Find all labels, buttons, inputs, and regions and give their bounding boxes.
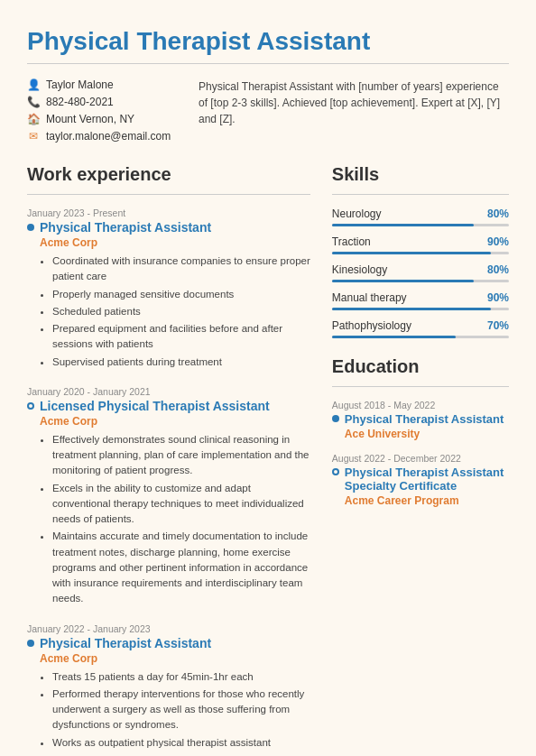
bullet-3-1: Treats 15 patients a day for 45min-1hr e…	[52, 669, 310, 685]
bullets-1: Coordinated with insurance companies to …	[40, 254, 310, 370]
edu-bullet-outline-2	[332, 468, 339, 475]
skill-header-patho: Pathophysiology 70%	[332, 319, 509, 332]
job-title-2: Licensed Physical Therapist Assistant	[27, 399, 310, 413]
contact-phone: 📞 882-480-2021	[27, 96, 171, 108]
contact-email: ✉ taylor.malone@email.com	[27, 130, 171, 143]
header-section: 👤 Taylor Malone 📞 882-480-2021 🏠 Mount V…	[27, 78, 509, 143]
left-column: Work experience January 2023 - Present P…	[27, 164, 310, 756]
edu-bullet-filled-1	[332, 415, 339, 422]
bullet-1-3: Scheduled patients	[52, 304, 310, 319]
skill-bar-bg-manual	[332, 308, 509, 310]
bullet-3-4: Commended by management for interpersona…	[52, 752, 310, 756]
bullets-3: Treats 15 patients a day for 45min-1hr e…	[40, 669, 310, 757]
skill-pct-manual: 90%	[487, 291, 509, 304]
skills-divider	[332, 194, 509, 195]
edu-date-1: August 2018 - May 2022	[332, 400, 509, 410]
edu-entry-2: August 2022 - December 2022 Physical The…	[332, 453, 509, 507]
skill-header-traction: Traction 90%	[332, 235, 509, 248]
skill-bar-fill-neurology	[332, 224, 474, 226]
skill-pct-kinesiology: 80%	[487, 263, 509, 276]
skill-bar-fill-kinesiology	[332, 280, 474, 282]
skill-name-neurology: Neurology	[332, 207, 382, 220]
company-2: Acme Corp	[40, 415, 310, 428]
bullet-1-2: Properly managed sensitive documents	[52, 287, 310, 302]
edu-entry-1: August 2018 - May 2022 Physical Therapis…	[332, 400, 509, 440]
skill-bar-bg-neurology	[332, 224, 509, 226]
bullet-2-2: Excels in the ability to customize and a…	[52, 481, 310, 528]
bullet-outline-2	[27, 402, 34, 410]
contact-location: 🏠 Mount Vernon, NY	[27, 113, 171, 125]
skill-bar-fill-traction	[332, 252, 492, 254]
edu-date-2: August 2022 - December 2022	[332, 453, 509, 464]
edu-title-2: Physical Therapist Assistant Specialty C…	[332, 466, 509, 493]
edu-school-2: Acme Career Program	[345, 494, 509, 507]
bullet-filled-1	[27, 224, 34, 231]
bullet-2-1: Effectively demonstrates sound clinical …	[52, 432, 310, 479]
job-date-1: January 2023 - Present	[27, 207, 310, 218]
bullet-filled-3	[27, 640, 34, 647]
skill-name-patho: Pathophysiology	[332, 319, 411, 332]
work-experience-title: Work experience	[27, 164, 310, 185]
skill-header-manual: Manual therapy 90%	[332, 291, 509, 304]
page-title: Physical Therapist Assistant	[27, 27, 509, 56]
job-title-1: Physical Therapist Assistant	[27, 220, 310, 235]
person-icon: 👤	[27, 78, 40, 91]
skill-traction: Traction 90%	[332, 235, 509, 254]
skill-pct-neurology: 80%	[487, 207, 509, 220]
skill-pct-traction: 90%	[487, 235, 509, 248]
edu-school-1: Ace University	[345, 428, 509, 440]
summary-text: Physical Therapist Assistant with [numbe…	[199, 78, 509, 143]
right-column: Skills Neurology 80% Traction 90% Kinesi…	[332, 164, 509, 756]
bullet-1-5: Supervised patients during treatment	[52, 355, 310, 370]
skill-name-traction: Traction	[332, 235, 371, 248]
bullet-3-3: Works as outpatient physical therapist a…	[52, 735, 310, 751]
bullet-1-4: Prepared equipment and facilities before…	[52, 321, 310, 353]
job-entry-2: January 2020 - January 2021 Licensed Phy…	[27, 386, 310, 607]
job-title-3: Physical Therapist Assistant	[27, 636, 310, 650]
bullet-2-3: Maintains accurate and timely documentat…	[52, 529, 310, 606]
contact-name: 👤 Taylor Malone	[27, 78, 171, 91]
company-3: Acme Corp	[40, 652, 310, 665]
skill-bar-bg-kinesiology	[332, 280, 509, 282]
skill-kinesiology: Kinesiology 80%	[332, 263, 509, 282]
company-1: Acme Corp	[40, 236, 310, 249]
work-divider	[27, 194, 310, 195]
skill-name-kinesiology: Kinesiology	[332, 263, 387, 276]
skills-title: Skills	[332, 164, 509, 185]
email-icon: ✉	[27, 130, 40, 143]
job-date-3: January 2022 - January 2023	[27, 623, 310, 634]
skill-bar-bg-traction	[332, 252, 509, 254]
header-divider	[27, 63, 509, 64]
bullet-1-1: Coordinated with insurance companies to …	[52, 254, 310, 285]
skill-pathophysiology: Pathophysiology 70%	[332, 319, 509, 338]
skill-bar-bg-patho	[332, 336, 509, 338]
education-title: Education	[332, 356, 509, 377]
education-divider	[332, 386, 509, 387]
skill-header-kinesiology: Kinesiology 80%	[332, 263, 509, 276]
skill-bar-fill-manual	[332, 308, 492, 310]
skill-manual-therapy: Manual therapy 90%	[332, 291, 509, 310]
bullets-2: Effectively demonstrates sound clinical …	[40, 432, 310, 607]
skill-header-neurology: Neurology 80%	[332, 207, 509, 220]
job-entry-1: January 2023 - Present Physical Therapis…	[27, 207, 310, 370]
job-entry-3: January 2022 - January 2023 Physical The…	[27, 623, 310, 757]
location-icon: 🏠	[27, 113, 40, 125]
job-date-2: January 2020 - January 2021	[27, 386, 310, 397]
main-content: Work experience January 2023 - Present P…	[27, 164, 509, 756]
skill-neurology: Neurology 80%	[332, 207, 509, 226]
skill-name-manual: Manual therapy	[332, 291, 407, 304]
contact-info: 👤 Taylor Malone 📞 882-480-2021 🏠 Mount V…	[27, 78, 171, 143]
bullet-3-2: Performed therapy interventions for thos…	[52, 687, 310, 733]
skill-bar-fill-patho	[332, 336, 456, 338]
edu-title-1: Physical Therapist Assistant	[332, 412, 509, 426]
skill-pct-patho: 70%	[487, 319, 509, 332]
phone-icon: 📞	[27, 96, 40, 108]
